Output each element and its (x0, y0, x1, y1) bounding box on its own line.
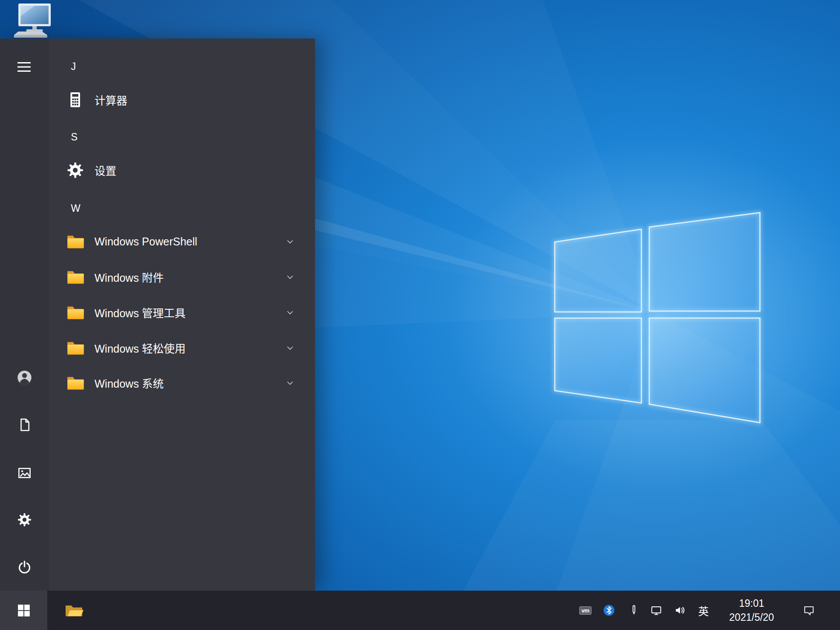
user-icon (15, 368, 34, 387)
start-menu-app-list: J 计算器 S (49, 38, 315, 591)
folder-icon (66, 267, 85, 287)
computer-icon (13, 3, 55, 39)
taskbar: vm 英 19:01 2021/5/20 (0, 591, 840, 630)
vmware-tray-icon[interactable]: vm (576, 591, 595, 630)
network-tray-icon[interactable] (647, 591, 666, 630)
start-menu: J 计算器 S (0, 38, 315, 591)
volume-icon (674, 604, 686, 616)
chevron-down-icon[interactable] (284, 342, 296, 354)
bluetooth-tray-icon[interactable] (599, 591, 619, 630)
app-label: Windows 管理工具 (94, 304, 186, 320)
action-center-icon (803, 604, 815, 616)
settings-button[interactable] (14, 510, 35, 529)
start-button[interactable] (0, 591, 47, 630)
user-account-button[interactable] (14, 368, 35, 387)
pictures-icon (17, 466, 32, 480)
taskbar-clock[interactable]: 19:01 2021/5/20 (717, 591, 787, 630)
group-header-J[interactable]: J (52, 56, 312, 77)
language-indicator[interactable]: 英 (694, 591, 713, 630)
power-button[interactable] (14, 558, 35, 577)
windows-logo-icon (18, 605, 30, 616)
start-menu-item-windows-admin-tools[interactable]: Windows 管理工具 (52, 295, 312, 330)
vmware-icon: vm (579, 606, 592, 615)
folder-icon (66, 303, 85, 322)
gear-icon (17, 512, 32, 527)
hamburger-icon (18, 61, 32, 73)
expand-menu-button[interactable] (14, 57, 35, 77)
group-header-W[interactable]: W (52, 198, 312, 219)
app-label: Windows 附件 (94, 269, 164, 285)
start-menu-item-settings[interactable]: 设置 (52, 153, 312, 188)
start-menu-item-windows-system[interactable]: Windows 系统 (52, 365, 312, 400)
start-menu-item-windows-accessories[interactable]: Windows 附件 (52, 259, 312, 294)
start-menu-item-windows-ease-of-access[interactable]: Windows 轻松使用 (52, 330, 312, 365)
network-display-icon (650, 604, 662, 616)
chevron-down-icon[interactable] (284, 271, 296, 283)
start-menu-item-windows-powershell[interactable]: Windows PowerShell (52, 224, 312, 259)
app-label: Windows 系统 (94, 375, 164, 391)
app-label: Windows PowerShell (94, 235, 197, 248)
pen-icon (628, 604, 640, 616)
volume-tray-icon[interactable] (670, 591, 690, 630)
app-label: 设置 (94, 162, 116, 178)
group-header-label: W (71, 203, 80, 214)
group-header-S[interactable]: S (52, 126, 312, 147)
folder-icon (66, 338, 85, 357)
gear-icon (66, 161, 85, 180)
action-center-button[interactable] (799, 591, 819, 630)
folder-icon (66, 373, 85, 392)
file-explorer-icon (65, 602, 84, 618)
file-explorer-button[interactable] (57, 591, 92, 630)
folder-icon (66, 232, 85, 251)
chevron-down-icon[interactable] (284, 307, 296, 318)
documents-button[interactable] (14, 415, 35, 434)
pictures-button[interactable] (14, 463, 35, 483)
app-label: Windows 轻松使用 (94, 340, 186, 356)
start-menu-rail (0, 38, 49, 591)
document-icon (17, 417, 32, 432)
chevron-down-icon[interactable] (284, 377, 296, 388)
group-header-label: S (71, 131, 77, 143)
clock-time: 19:01 (739, 596, 764, 610)
chevron-down-icon[interactable] (284, 236, 296, 247)
calculator-icon (66, 90, 85, 109)
power-icon (17, 560, 32, 575)
start-menu-item-calculator[interactable]: 计算器 (52, 82, 312, 117)
this-pc-desktop-icon[interactable] (12, 3, 56, 39)
group-header-label: J (71, 61, 76, 73)
app-label: 计算器 (94, 92, 127, 108)
bluetooth-icon (603, 604, 615, 616)
clock-date: 2021/5/20 (729, 610, 774, 624)
pen-tray-icon[interactable] (624, 591, 644, 630)
language-label: 英 (698, 603, 709, 618)
